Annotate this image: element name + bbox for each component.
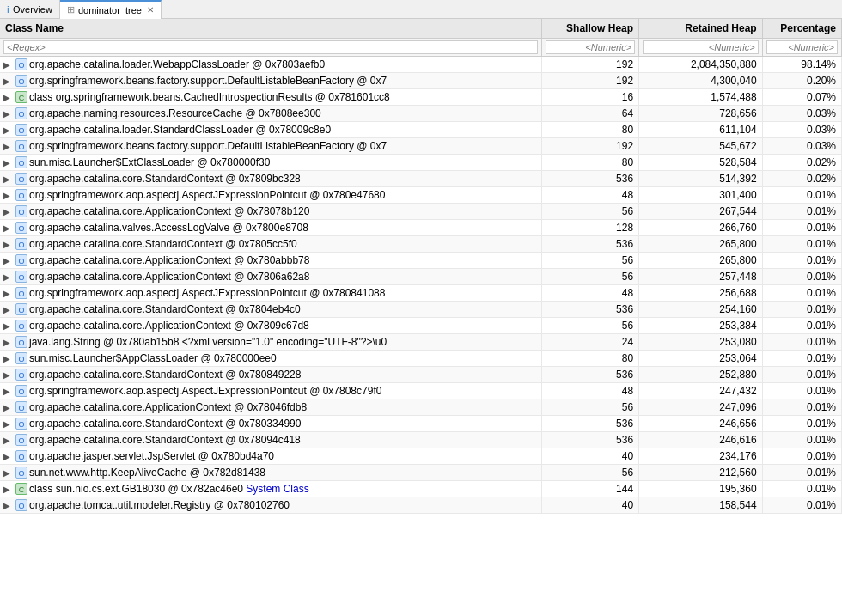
- class-name-cell: ▶Oorg.apache.catalina.core.StandardConte…: [0, 171, 542, 187]
- row-expander[interactable]: ▶: [3, 142, 12, 150]
- retained-heap-value: 528,584: [639, 155, 763, 171]
- filter-class-name-cell[interactable]: [0, 39, 542, 57]
- table-row[interactable]: ▶Oorg.apache.jasper.servlet.JspServlet @…: [0, 448, 842, 465]
- row-expander[interactable]: ▶: [3, 501, 12, 509]
- filter-retained-heap-cell[interactable]: [639, 39, 763, 57]
- row-expander[interactable]: ▶: [3, 485, 12, 493]
- percentage-value: 0.01%: [762, 318, 841, 334]
- class-name-text: org.springframework.aop.aspectj.AspectJE…: [29, 189, 385, 201]
- table-row[interactable]: ▶Oorg.apache.naming.resources.ResourceCa…: [0, 106, 842, 122]
- column-header-retained-heap[interactable]: Retained Heap: [639, 19, 763, 39]
- percentage-value: 98.14%: [762, 57, 841, 73]
- row-expander[interactable]: ▶: [3, 207, 12, 216]
- column-header-percentage[interactable]: Percentage: [762, 19, 841, 39]
- filter-percentage-cell[interactable]: [762, 39, 841, 57]
- percentage-value: 0.01%: [762, 334, 841, 351]
- column-header-class-name[interactable]: Class Name: [0, 19, 542, 39]
- shallow-heap-value: 40: [542, 448, 639, 465]
- object-icon: O: [15, 303, 27, 315]
- table-row[interactable]: ▶Oorg.apache.catalina.core.StandardConte…: [0, 236, 842, 253]
- percentage-value: 0.01%: [762, 236, 841, 253]
- overview-tab-icon: i: [7, 4, 9, 15]
- object-icon: O: [15, 222, 27, 234]
- filter-retained-heap-input[interactable]: [643, 40, 759, 54]
- table-row[interactable]: ▶Oorg.apache.catalina.loader.WebappClass…: [0, 57, 842, 73]
- row-expander[interactable]: ▶: [3, 338, 12, 346]
- table-row[interactable]: ▶Osun.misc.Launcher$AppClassLoader @ 0x7…: [0, 351, 842, 367]
- table-row[interactable]: ▶Oorg.springframework.beans.factory.supp…: [0, 73, 842, 89]
- retained-heap-value: 2,084,350,880: [639, 57, 763, 73]
- percentage-value: 0.01%: [762, 416, 841, 432]
- filter-percentage-input[interactable]: [766, 40, 838, 54]
- table-row[interactable]: ▶Oorg.apache.catalina.core.StandardConte…: [0, 432, 842, 448]
- retained-heap-value: 266,760: [639, 220, 763, 236]
- shallow-heap-value: 192: [542, 138, 639, 155]
- table-row[interactable]: ▶Oorg.apache.tomcat.util.modeler.Registr…: [0, 497, 842, 514]
- percentage-value: 0.01%: [762, 383, 841, 399]
- table-row[interactable]: ▶Osun.net.www.http.KeepAliveCache @ 0x78…: [0, 465, 842, 481]
- table-row[interactable]: ▶Cclass sun.nio.cs.ext.GB18030 @ 0x782ac…: [0, 481, 842, 497]
- tab-dominator-tree[interactable]: ⊞ dominator_tree ✕: [60, 0, 162, 19]
- table-row[interactable]: ▶Osun.misc.Launcher$ExtClassLoader @ 0x7…: [0, 155, 842, 171]
- row-expander[interactable]: ▶: [3, 256, 12, 265]
- tab-close-icon[interactable]: ✕: [147, 5, 154, 15]
- filter-shallow-heap-input[interactable]: [546, 40, 635, 54]
- row-expander[interactable]: ▶: [3, 305, 12, 314]
- row-expander[interactable]: ▶: [3, 370, 12, 379]
- column-header-shallow-heap[interactable]: Shallow Heap: [542, 19, 639, 39]
- row-expander[interactable]: ▶: [3, 191, 12, 199]
- row-expander[interactable]: ▶: [3, 403, 12, 412]
- class-name-cell: ▶Oorg.apache.catalina.core.StandardConte…: [0, 432, 542, 448]
- table-row[interactable]: ▶Oorg.apache.catalina.core.ApplicationCo…: [0, 269, 842, 285]
- class-name-cell: ▶Oorg.apache.catalina.loader.WebappClass…: [0, 57, 542, 73]
- table-row[interactable]: ▶Oorg.apache.catalina.core.ApplicationCo…: [0, 253, 842, 269]
- class-name-text: class sun.nio.cs.ext.GB18030 @ 0x782ac46…: [29, 483, 309, 495]
- row-expander[interactable]: ▶: [3, 76, 12, 85]
- table-row[interactable]: ▶Oorg.springframework.aop.aspectj.Aspect…: [0, 383, 842, 399]
- row-expander[interactable]: ▶: [3, 93, 12, 101]
- row-expander[interactable]: ▶: [3, 125, 12, 134]
- row-expander[interactable]: ▶: [3, 468, 12, 477]
- filter-shallow-heap-cell[interactable]: [542, 39, 639, 57]
- table-row[interactable]: ▶Oorg.springframework.aop.aspectj.Aspect…: [0, 187, 842, 204]
- table-row[interactable]: ▶Oorg.apache.catalina.valves.AccessLogVa…: [0, 220, 842, 236]
- table-container: Class Name Shallow Heap Retained Heap Pe…: [0, 19, 842, 616]
- table-row[interactable]: ▶Oorg.apache.catalina.loader.StandardCla…: [0, 122, 842, 138]
- class-name-text: org.apache.catalina.core.ApplicationCont…: [29, 271, 309, 283]
- table-row[interactable]: ▶Oorg.apache.catalina.core.StandardConte…: [0, 367, 842, 383]
- class-name-cell: ▶Oorg.apache.jasper.servlet.JspServlet @…: [0, 448, 542, 465]
- class-name-cell: ▶Oorg.springframework.aop.aspectj.Aspect…: [0, 383, 542, 399]
- table-row[interactable]: ▶Ojava.lang.String @ 0x780ab15b8 <?xml v…: [0, 334, 842, 351]
- row-expander[interactable]: ▶: [3, 60, 12, 69]
- table-row[interactable]: ▶Oorg.springframework.beans.factory.supp…: [0, 138, 842, 155]
- table-row[interactable]: ▶Oorg.apache.catalina.core.StandardConte…: [0, 416, 842, 432]
- class-name-cell: ▶Oorg.apache.catalina.core.StandardConte…: [0, 236, 542, 253]
- table-row[interactable]: ▶Oorg.springframework.aop.aspectj.Aspect…: [0, 285, 842, 302]
- object-icon: O: [15, 369, 27, 381]
- row-expander[interactable]: ▶: [3, 452, 12, 460]
- row-expander[interactable]: ▶: [3, 387, 12, 395]
- row-expander[interactable]: ▶: [3, 354, 12, 363]
- filter-class-name-input[interactable]: [3, 40, 538, 54]
- table-row[interactable]: ▶Oorg.apache.catalina.core.StandardConte…: [0, 171, 842, 187]
- row-expander[interactable]: ▶: [3, 272, 12, 281]
- row-expander[interactable]: ▶: [3, 321, 12, 330]
- row-expander[interactable]: ▶: [3, 436, 12, 444]
- row-expander[interactable]: ▶: [3, 109, 12, 118]
- object-icon: O: [15, 238, 27, 250]
- object-icon: O: [15, 418, 27, 430]
- row-expander[interactable]: ▶: [3, 174, 12, 183]
- row-expander[interactable]: ▶: [3, 158, 12, 167]
- table-row[interactable]: ▶Oorg.apache.catalina.core.ApplicationCo…: [0, 204, 842, 220]
- row-expander[interactable]: ▶: [3, 223, 12, 232]
- class-name-text: org.apache.catalina.core.StandardContext…: [29, 303, 301, 315]
- row-expander[interactable]: ▶: [3, 419, 12, 428]
- table-row[interactable]: ▶Cclass org.springframework.beans.Cached…: [0, 89, 842, 106]
- row-expander[interactable]: ▶: [3, 240, 12, 248]
- table-row[interactable]: ▶Oorg.apache.catalina.core.ApplicationCo…: [0, 399, 842, 416]
- tab-overview[interactable]: i Overview: [0, 0, 60, 19]
- table-row[interactable]: ▶Oorg.apache.catalina.core.StandardConte…: [0, 302, 842, 318]
- percentage-value: 0.01%: [762, 351, 841, 367]
- row-expander[interactable]: ▶: [3, 289, 12, 297]
- table-row[interactable]: ▶Oorg.apache.catalina.core.ApplicationCo…: [0, 318, 842, 334]
